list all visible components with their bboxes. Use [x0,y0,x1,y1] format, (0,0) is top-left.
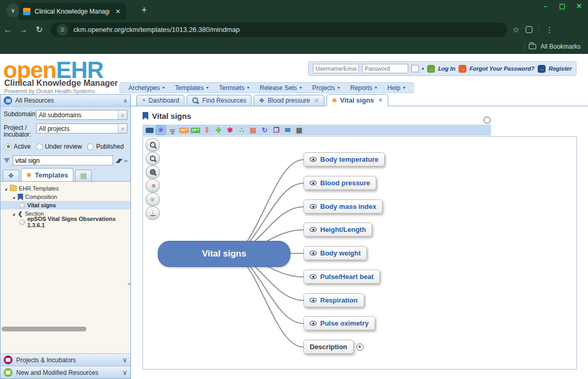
mindmap-child-description[interactable]: Description+ [303,340,364,354]
tree-expander-icon[interactable]: ◢ [12,195,16,199]
menu-item-reports[interactable]: Reports▾ [345,84,382,92]
browser-menu-icon[interactable]: ⋮ [546,26,553,34]
mindmap-node[interactable]: Body mass index [303,199,383,214]
shrink-icon[interactable]: ✜ [214,126,223,135]
mindmap-child-pulse-heart-beat[interactable]: Pulse/Heart beat [303,270,380,284]
tree-expander-icon[interactable]: ◢ [4,187,8,191]
remember-me-checkbox[interactable] [411,65,419,72]
tree-item-epsos-vital-signs-observations-1-3-6-1[interactable]: epSOS Vital Signs Observations 1.3.6.1 [1,218,130,226]
tab-close-icon[interactable]: ✕ [114,8,122,15]
address-bar[interactable]: ☰ ckm.openehr.org/ckm/templates/1013.26.… [50,23,507,37]
log-in-link[interactable]: Log In [438,65,455,72]
collapse-panel-icon[interactable]: ∧ [123,97,127,104]
content-tab-vital-signs[interactable]: ✳Vital signs✕ [326,94,388,106]
archive-icon[interactable]: ❐ [271,126,281,135]
tab-close-icon[interactable]: ✕ [378,97,383,104]
tree-item-vital-signs[interactable]: Vital signs [1,201,130,209]
mindmap-canvas[interactable]: +−»»↓ Vital signsBody temperatureBlood p… [143,136,577,370]
mindmap-node[interactable]: Description [303,340,354,354]
radio-published[interactable] [87,143,94,150]
content-tab-dashboard[interactable]: ◔Dashboard [136,95,184,106]
mindmap-node[interactable]: Blood pressure [303,176,376,190]
reload-button[interactable]: ↻ [31,25,47,35]
username-field[interactable] [313,64,359,73]
minimize-button[interactable]: – [541,2,550,10]
extensions-icon[interactable] [526,26,532,33]
mindmap-child-respiration[interactable]: Respiration [303,293,364,307]
opt-export-badge[interactable]: OPT [191,126,200,135]
certify-ribbon-icon[interactable]: ✾ [225,126,235,135]
register-arrow-icon[interactable]: → [538,65,546,73]
settings-gear-icon[interactable] [483,116,491,124]
content-tab-blood-pressure[interactable]: ❖Blood pressure✕ [254,95,324,106]
mail-icon[interactable]: ✉ [283,126,292,135]
register-link[interactable]: Register [549,65,572,72]
content-tab-find-resources[interactable]: Find Resources [187,95,252,106]
forward-button[interactable]: → [16,25,31,35]
sidebar-tab-termsets[interactable]: ▤ [75,170,92,181]
collapse-sidebar-icon[interactable]: ◂ [127,281,130,286]
tab-search-button[interactable]: ∨ [6,4,20,17]
mindmap-node[interactable]: Body weight [303,246,367,260]
zoom-out-button[interactable]: − [146,152,160,165]
tree-item-ehr-templates[interactable]: ◢EHR Templates [1,184,130,193]
menu-item-projects[interactable]: Projects▾ [307,84,345,92]
mindmap-node[interactable]: Pulse/Heart beat [303,270,380,284]
filter-input[interactable] [13,155,113,165]
share-icon[interactable]: ∴ [237,126,246,135]
new-modified-resources-section[interactable]: New and Modified Resources ∨ [1,366,130,378]
expand-all-button[interactable]: » [146,193,160,206]
print-icon[interactable]: ▦ [295,126,304,135]
menu-item-termsets[interactable]: Termsets▾ [214,84,255,92]
mindmap-child-height-length[interactable]: Height/Length [303,222,372,237]
zoom-reset-button[interactable] [146,165,160,179]
tree-view-icon[interactable]: ╦ [168,126,177,135]
site-settings-icon[interactable]: ☰ [57,24,68,36]
sidebar-tab-templates[interactable]: ✳Templates [21,168,73,181]
subdomain-select[interactable]: All subdomains ∨ [36,110,127,120]
oet-export-badge[interactable]: OET [179,126,189,135]
horizontal-scrollbar[interactable] [2,327,86,331]
mindmap-node[interactable]: Body temperature [303,152,385,166]
maximize-button[interactable]: ▢ [558,2,567,10]
radio-active[interactable] [5,143,12,150]
zoom-in-button[interactable]: + [146,138,160,151]
mindmap-view-icon[interactable]: ✳ [156,126,166,135]
forgot-password-link[interactable]: Forgot Your Password? [470,65,535,72]
log-in-arrow-icon[interactable]: → [427,65,435,73]
tree-expander-icon[interactable]: ◢ [12,212,16,216]
bookmark-star-icon[interactable]: ☆ [513,25,519,35]
mindmap-child-body-weight[interactable]: Body weight [303,246,367,260]
toolbox-icon[interactable]: ▤ [248,126,258,135]
all-resources-header[interactable]: All Resources ∧ [1,95,130,107]
menu-item-release-sets[interactable]: Release Sets▾ [254,84,307,92]
sidebar-tab-archetypes[interactable]: ❖ [3,170,19,181]
menu-item-templates[interactable]: Templates▾ [170,84,214,92]
close-button[interactable]: ✕ [574,2,584,10]
password-field[interactable] [362,64,408,73]
expand-plus-icon[interactable]: + [356,343,364,351]
export-image-button[interactable]: ↓ [146,206,160,219]
mindmap-node[interactable]: Height/Length [303,222,372,237]
menu-item-help[interactable]: Help▾ [382,84,410,92]
mindmap-child-pulse-oximetry[interactable]: Pulse oximetry [303,316,375,330]
forgot-password-arrow-icon[interactable]: → [459,65,466,73]
collapse-all-button[interactable]: » [146,179,160,192]
mindmap-child-body-temperature[interactable]: Body temperature [303,152,385,166]
refresh-icon[interactable]: ↻ [260,126,269,135]
back-button[interactable]: ← [0,25,16,35]
projects-incubators-section[interactable]: Projects & Incubators ∨ [1,353,130,366]
tab-close-icon[interactable]: ✕ [314,97,319,104]
new-tab-button[interactable]: + [137,3,151,17]
browser-tab[interactable]: Clinical Knowledge Manager ✕ [19,3,126,20]
chevron-down-icon[interactable]: ▾ [422,66,424,71]
radio-under-review[interactable] [36,143,43,150]
mindmap-node[interactable]: Respiration [303,293,364,307]
mindmap-child-body-mass-index[interactable]: Body mass index [303,199,383,214]
mindmap-child-blood-pressure[interactable]: Blood pressure [303,176,376,190]
step-filter-icon[interactable]: ▹▹ [124,158,127,163]
tree-item-composition[interactable]: ◢Composition [1,193,130,201]
menu-item-archetypes[interactable]: Archetypes▾ [123,84,170,92]
mindmap-node[interactable]: Pulse oximetry [303,316,375,330]
apply-filter-icon[interactable]: ◢◤ [116,158,122,163]
